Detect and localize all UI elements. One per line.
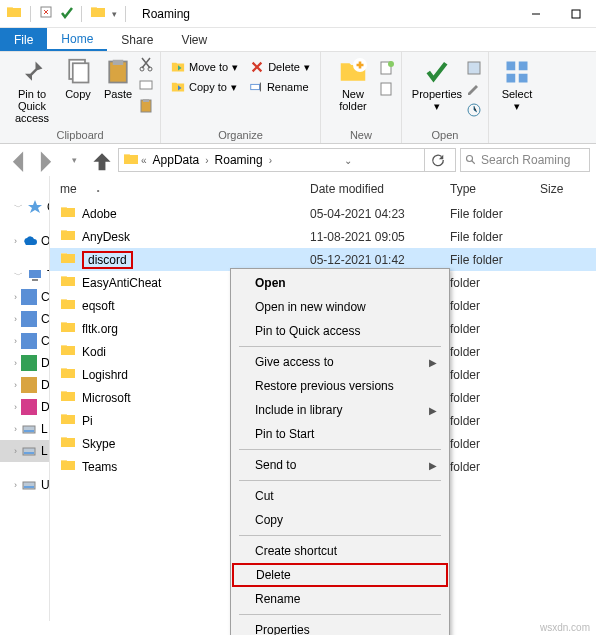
chevron-down-icon[interactable]: ⌄: [344, 155, 352, 166]
copy-to-button[interactable]: Copy to ▾: [167, 78, 241, 96]
nav-item[interactable]: ›C: [0, 308, 49, 330]
ctx-rename[interactable]: Rename: [231, 587, 449, 611]
paste-button[interactable]: Paste: [98, 54, 138, 112]
nav-item[interactable]: ›U: [0, 474, 49, 496]
select-button[interactable]: Select▾: [495, 54, 539, 112]
ctx-pin-start[interactable]: Pin to Start: [231, 422, 449, 446]
file-name: fltk.org: [82, 322, 118, 336]
col-date[interactable]: Date modified: [310, 182, 450, 196]
file-name: Adobe: [82, 207, 117, 221]
easy-access-icon[interactable]: [379, 81, 395, 100]
col-type[interactable]: Type: [450, 182, 540, 196]
ctx-pin-quick-access[interactable]: Pin to Quick access: [231, 319, 449, 343]
file-type: folder: [450, 391, 540, 405]
ctx-create-shortcut[interactable]: Create shortcut: [231, 539, 449, 563]
folder-icon: [60, 319, 76, 338]
ctx-delete[interactable]: Delete: [232, 563, 448, 587]
search-input[interactable]: Search Roaming: [460, 148, 590, 172]
breadcrumb-roaming[interactable]: Roaming: [211, 153, 267, 167]
minimize-button[interactable]: [516, 0, 556, 28]
folder-icon: [60, 342, 76, 361]
file-type: File folder: [450, 230, 540, 244]
address-bar[interactable]: « AppData › Roaming › ⌄: [118, 148, 456, 172]
history-icon[interactable]: [466, 102, 482, 121]
ctx-properties[interactable]: Properties: [231, 618, 449, 635]
ctx-send-to[interactable]: Send to▶: [231, 453, 449, 477]
cut-icon[interactable]: [138, 56, 154, 75]
nav-item[interactable]: ›D: [0, 396, 49, 418]
ctx-give-access[interactable]: Give access to▶: [231, 350, 449, 374]
ctx-copy[interactable]: Copy: [231, 508, 449, 532]
table-row[interactable]: Adobe 05-04-2021 04:23 File folder: [50, 202, 596, 225]
navigation-pane[interactable]: ﹀Qu ›O ﹀Th ›C ›C ›C ›D ›D ›D ›L ›L ›U: [0, 176, 50, 621]
qat-dropdown-icon[interactable]: ▾: [112, 9, 117, 19]
tab-view[interactable]: View: [167, 28, 221, 51]
col-size[interactable]: Size: [540, 182, 588, 196]
nav-item[interactable]: ›L: [0, 440, 49, 462]
group-organize: Move to ▾ Delete ▾ Copy to ▾ Rename Orga…: [161, 52, 321, 143]
chevron-icon[interactable]: ›: [269, 155, 272, 166]
nav-up-button[interactable]: [90, 148, 114, 172]
ribbon-tabs: File Home Share View: [0, 28, 596, 52]
copy-path-icon[interactable]: [138, 77, 154, 96]
separator: [239, 449, 441, 450]
file-type: folder: [450, 460, 540, 474]
delete-button[interactable]: Delete ▾: [246, 58, 314, 76]
column-headers[interactable]: me• Date modified Type Size: [50, 176, 596, 202]
nav-back-button[interactable]: [6, 148, 30, 172]
tab-home[interactable]: Home: [47, 28, 107, 51]
table-row[interactable]: AnyDesk 11-08-2021 09:05 File folder: [50, 225, 596, 248]
open-icon[interactable]: [466, 60, 482, 79]
maximize-button[interactable]: [556, 0, 596, 28]
nav-item[interactable]: ›D: [0, 374, 49, 396]
ctx-open-new-window[interactable]: Open in new window: [231, 295, 449, 319]
group-select: Select▾: [489, 52, 545, 143]
nav-item[interactable]: ›C: [0, 286, 49, 308]
nav-this-pc[interactable]: ﹀Th: [0, 264, 49, 286]
paste-shortcut-icon[interactable]: [138, 98, 154, 117]
ctx-restore-versions[interactable]: Restore previous versions: [231, 374, 449, 398]
edit-icon[interactable]: [466, 81, 482, 100]
new-folder-button[interactable]: New folder: [327, 54, 379, 112]
nav-onedrive[interactable]: ›O: [0, 230, 49, 252]
nav-item[interactable]: ›D: [0, 352, 49, 374]
chevron-right-icon: ▶: [429, 460, 437, 471]
breadcrumb-appdata[interactable]: AppData: [149, 153, 204, 167]
nav-quick-access[interactable]: ﹀Qu: [0, 196, 49, 218]
file-name: Logishrd: [82, 368, 128, 382]
properties-button[interactable]: Properties▾: [408, 54, 466, 112]
file-name: Kodi: [82, 345, 106, 359]
nav-item[interactable]: ›C: [0, 330, 49, 352]
group-clipboard: Pin to Quick access Copy Paste Clipboard: [0, 52, 161, 143]
new-item-icon[interactable]: [379, 60, 395, 79]
ctx-include-library[interactable]: Include in library▶: [231, 398, 449, 422]
nav-recent-button[interactable]: ▾: [62, 148, 86, 172]
file-type: File folder: [450, 253, 540, 267]
tab-file[interactable]: File: [0, 28, 47, 51]
rename-button[interactable]: Rename: [245, 78, 313, 96]
separator: [81, 6, 82, 22]
file-type: folder: [450, 299, 540, 313]
title-bar: ▾ Roaming: [0, 0, 596, 28]
chevron-icon[interactable]: «: [141, 155, 147, 166]
refresh-button[interactable]: [424, 149, 451, 171]
qat-newfolder-icon[interactable]: [59, 5, 73, 22]
window-title: Roaming: [142, 7, 190, 21]
folder-icon: [60, 250, 76, 269]
window-controls: [516, 0, 596, 28]
pin-quick-access-button[interactable]: Pin to Quick access: [6, 54, 58, 124]
ctx-open[interactable]: Open: [231, 271, 449, 295]
nav-item[interactable]: ›L: [0, 418, 49, 440]
copy-button[interactable]: Copy: [58, 54, 98, 112]
move-to-button[interactable]: Move to ▾: [167, 58, 242, 76]
svg-point-21: [388, 61, 394, 67]
qat-properties-icon[interactable]: [39, 5, 53, 22]
folder-icon: [123, 151, 139, 170]
tab-share[interactable]: Share: [107, 28, 167, 51]
file-type: folder: [450, 322, 540, 336]
nav-forward-button[interactable]: [34, 148, 58, 172]
chevron-icon[interactable]: ›: [205, 155, 208, 166]
col-name[interactable]: me•: [60, 182, 310, 196]
ctx-cut[interactable]: Cut: [231, 484, 449, 508]
file-name: AnyDesk: [82, 230, 130, 244]
